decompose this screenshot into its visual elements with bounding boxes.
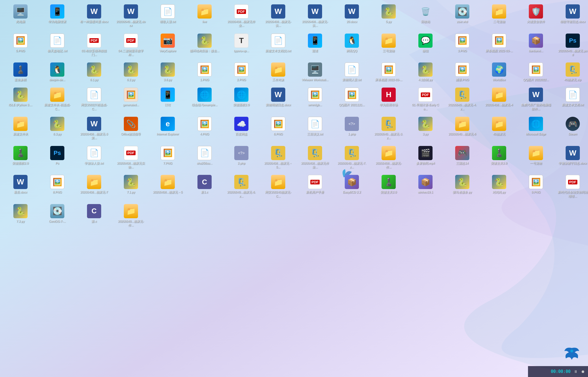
desktop-icon-doc-huang[interactable]: W黄晓明猪日志.docx — [262, 86, 295, 112]
desktop-icon-sha256[interactable]: 📄sha256su... — [188, 144, 221, 171]
desktop-icon-huawei-app[interactable]: H华为应用市场 — [372, 86, 405, 112]
desktop-icon-qq[interactable]: 🐧腾讯QQ — [335, 32, 368, 58]
desktop-icon-py71[interactable]: 🐍7.1.py — [115, 173, 147, 200]
desktop-icon-chess1[interactable]: ♟️蓝鱼象棋 — [4, 61, 37, 83]
desktop-icon-c1[interactable]: C新1.c — [188, 173, 221, 200]
desktop-icon-pdf-new-era[interactable]: PDF新时代社会治安协同治理理... — [556, 173, 588, 200]
desktop-icon-newtxt2[interactable]: 📄新建文本文档(2).txt — [262, 32, 295, 58]
desktop-icon-multiscreen[interactable]: 🎬多屏协同.mp4 — [409, 144, 442, 171]
desktop-icon-qqimg2[interactable]: 🖼️QQ图片 2021121... — [335, 86, 368, 112]
desktop-icon-winhex[interactable]: 📦winhex19.1 — [409, 173, 442, 200]
desktop-icon-screenshot1[interactable]: 🖼️屏幕截图 2022-03-... — [483, 32, 515, 58]
desktop-icon-pdf2[interactable]: PDF03.布尔妥很和按扭门... — [78, 32, 110, 58]
desktop-icon-png-catch[interactable]: 🖼️捕获.PNG — [446, 61, 479, 83]
desktop-icon-duixiang-py[interactable]: 🐍对鸡鸡.py — [483, 173, 515, 200]
desktop-icon-py72[interactable]: 🐍7.2.py — [4, 202, 37, 229]
desktop-icon-py36[interactable]: 🐍3.6.py — [151, 61, 184, 83]
desktop-icon-huawei-mgr[interactable]: 📱华为电脑管家 — [41, 3, 74, 29]
desktop-icon-doc-yang7z[interactable]: 🗜️20200040...杨家元-7.z... — [335, 144, 368, 171]
desktop-icon-doc4[interactable]: W20.docx — [335, 3, 368, 29]
desktop-icon-ms-edge[interactable]: 🌐Microsoft Edge — [520, 115, 552, 142]
desktop-icon-ice-txt[interactable]: 📄学游泳人设.txt — [78, 144, 110, 171]
desktop-icon-edge[interactable]: 🌐综合练习example... — [188, 86, 221, 112]
desktop-icon-vhd[interactable]: 💽zsxr.vhd — [446, 3, 479, 29]
desktop-icon-png9[interactable]: 🖼️9.PNG — [520, 173, 552, 200]
desktop-icon-firewall[interactable]: 🛡️火绒安全软件 — [520, 3, 552, 29]
desktop-icon-folder3[interactable]: 📁三号宠物 — [372, 32, 405, 58]
desktop-icon-centos7[interactable]: 💽CentOS-7-... — [41, 202, 74, 229]
desktop-icon-doc-yang5[interactable]: 📁20200408...杨家元－5 — [151, 173, 184, 200]
desktop-icon-netlan240[interactable]: 📁网安200240杨家元-C... — [262, 173, 295, 200]
desktop-icon-steam[interactable]: 🎮Steam — [556, 115, 588, 142]
desktop-icon-folder-40[interactable]: 📁40杨家元 — [483, 115, 515, 142]
desktop-icon-psd1[interactable]: Ps20200040...杨家元.psd — [556, 32, 588, 58]
desktop-icon-baidu-net[interactable]: ☁️百度网盘 — [225, 115, 258, 142]
desktop-icon-diary1[interactable]: W胡歌守猪日志.docx — [556, 3, 588, 29]
desktop-icon-doc-yang3z[interactable]: 🗜️20200040...杨家元-3.z... — [372, 115, 405, 142]
desktop-icon-py1[interactable]: 🐍5.py — [372, 3, 405, 29]
desktop-icon-png1[interactable]: 🖼️5.PNG — [4, 32, 37, 58]
desktop-icon-py61[interactable]: 🐍6.1.py — [78, 61, 110, 83]
desktop-icon-idle[interactable]: 🐍IDLE (Python 3.... — [4, 86, 37, 112]
desktop-icon-png-2[interactable]: 🖼️2.PNG — [225, 61, 258, 83]
desktop-icon-word-free[interactable]: W免费汽车广告的电脑端软件... — [520, 86, 552, 112]
desktop-icon-breakthrough2[interactable]: ♟️突破围棋2.0 — [4, 144, 37, 171]
desktop-icon-dingding2[interactable]: 📱订钉 — [151, 86, 184, 112]
desktop-icon-zip40[interactable]: 🗜️40杨家元.zip — [556, 61, 588, 83]
desktop-icon-newtxt3[interactable]: 📄新建文本文档.txt — [556, 86, 588, 112]
desktop-icon-doc-yang6z[interactable]: 🗜️20200040...杨家元-6.z... — [225, 173, 258, 200]
desktop-icon-doc-yang-zuo[interactable]: 📁20200408...杨家元-作... — [372, 144, 405, 171]
pause-icon[interactable]: ⏸ — [574, 369, 578, 374]
desktop-icon-pdf-yang[interactable]: PDF20200408...杨家元实验... — [115, 144, 147, 171]
desktop-icon-ps[interactable]: PsPs — [41, 144, 74, 171]
desktop-icon-doc1[interactable]: W20200040...杨家元.docx — [115, 3, 147, 29]
desktop-icon-screenshot2[interactable]: 🖼️屏幕截图 2022-03-... — [372, 61, 405, 83]
desktop-icon-lecture3[interactable]: 📄三目演义.txt — [299, 115, 331, 142]
desktop-icon-sanguo14[interactable]: 🎮三国志14 — [446, 144, 479, 171]
desktop-icon-newfile[interactable]: 📁新建文件夹-稿选成-C... — [41, 86, 74, 112]
desktop-icon-tiantianxi[interactable]: 📦tiantianxi... — [520, 32, 552, 58]
desktop-icon-folder2[interactable]: 📁二号宠物 — [483, 3, 515, 29]
desktop-icon-doc-yang-4[interactable]: 📁20200408...杨家元-4 — [483, 86, 515, 112]
desktop-icon-doc2[interactable]: W20200408...杨家元-实... — [262, 3, 295, 29]
desktop-icon-qqimg1[interactable]: 🖼️QQ图片 2022022... — [520, 61, 552, 83]
desktop-icon-worldbox[interactable]: 🌍WorldBox — [483, 61, 515, 83]
desktop-icon-doc-yang-zuo2[interactable]: 📁20200040...杨家元-作... — [115, 202, 147, 229]
desktop-icon-doc-yang3[interactable]: W20200408...杨家元-3第... — [78, 115, 110, 142]
desktop-icon-breakthrough-main[interactable]: ♟️突破主关2.0 — [483, 144, 515, 171]
desktop-icon-ie[interactable]: eInternet Explorer — [151, 115, 184, 142]
desktop-icon-py63[interactable]: 🐍6.3.py — [41, 115, 74, 142]
desktop-icon-py41[interactable]: 🐍4.1自制.py — [409, 61, 442, 83]
desktop-icon-vmware[interactable]: 🖥️VMware Workstati... — [299, 61, 331, 83]
desktop-icon-png-1[interactable]: 🖼️1.PNG — [188, 61, 221, 83]
desktop-icon-singer-doc[interactable]: 📄胡歌人设.txt — [151, 3, 184, 29]
desktop-icon-wrnml[interactable]: 🖼️wrnmlgb... — [299, 86, 331, 112]
desktop-icon-png4[interactable]: 🖼️4.PNG — [188, 115, 221, 142]
desktop-icon-horse-py[interactable]: 🐍驯马者服务.py — [446, 173, 479, 200]
desktop-icon-doc3[interactable]: W20200408...杨家元-实... — [299, 3, 331, 29]
desktop-icon-doc-wangan200[interactable]: 📄网安200227精选成-C... — [78, 86, 110, 112]
desktop-icon-png2[interactable]: 🖼️3.PNG — [446, 32, 479, 58]
desktop-icon-pet1[interactable]: 📁一号宠物 — [520, 144, 552, 171]
desktop-icon-god-temp[interactable]: W有一种温暖叫爱.docx — [78, 3, 110, 29]
desktop-icon-doc-yang-work[interactable]: 🗜️20200408...杨家元作业... — [299, 144, 331, 171]
desktop-icon-earlyco[interactable]: PDF01.早期计算-Early Co... — [409, 86, 442, 112]
desktop-icon-doc-yang7f[interactable]: 📁20200408...杨家元-7 — [78, 173, 110, 200]
desktop-icon-folder-work[interactable]: 📁工作对象 — [262, 61, 295, 83]
desktop-icon-edge2[interactable]: 🌐突破围棋2.0 — [225, 86, 258, 112]
desktop-icon-yuan-c[interactable]: C源.c — [78, 202, 110, 229]
desktop-icon-png8[interactable]: 🖼️8.PNG — [41, 173, 74, 200]
desktop-icon-computer[interactable]: 🖥️此电脑 — [4, 3, 37, 29]
desktop-icon-png7[interactable]: 🖼️7.PNG — [151, 144, 184, 171]
desktop-icon-folder-yang6[interactable]: 📁20200040...杨家元-6 — [446, 115, 479, 142]
desktop-icon-generated[interactable]: 🖼️generated... — [115, 86, 147, 112]
desktop-icon-doc-ice2[interactable]: W学游泳猪守日志.docx — [556, 144, 588, 171]
desktop-icon-wechat[interactable]: 💬微信 — [409, 32, 442, 58]
desktop-icon-app-dingding[interactable]: 📱迎渣 — [299, 32, 331, 58]
desktop-icon-easybcd[interactable]: 📦EasyBCD 2.2 — [335, 173, 368, 200]
desktop-icon-office[interactable]: 📎Office激活指导 — [115, 115, 147, 142]
record-icon[interactable]: ⏺ — [581, 369, 585, 374]
desktop-icon-newfolder[interactable]: 📁新建文件夹 — [4, 115, 37, 142]
desktop-icon-breakthrough-main2[interactable]: ♟️突破主关2.0 — [372, 173, 405, 200]
desktop-icon-verycapture[interactable]: 📷VeryCapture — [151, 32, 184, 58]
